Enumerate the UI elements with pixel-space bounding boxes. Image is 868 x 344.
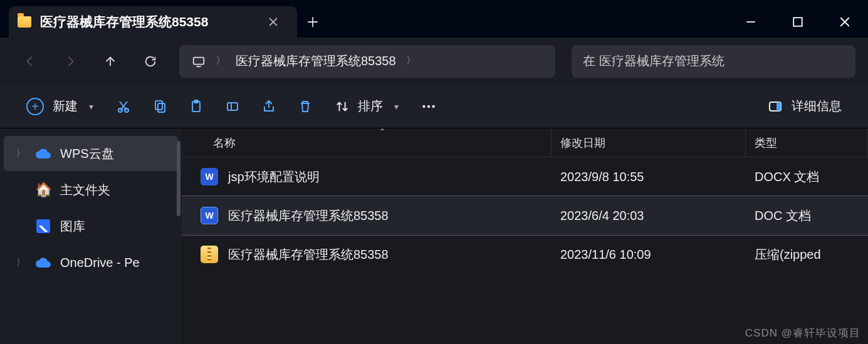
sidebar-item-gallery[interactable]: 图库 — [4, 209, 178, 244]
tab-title: 医疗器械库存管理系统85358 — [40, 13, 262, 31]
chevron-down-icon: ▾ — [89, 102, 93, 112]
svg-rect-1 — [194, 57, 204, 64]
svg-rect-8 — [227, 103, 238, 110]
chevron-right-icon[interactable]: 〉 — [15, 148, 26, 159]
file-row[interactable]: W 医疗器械库存管理系统85358 2023/6/4 20:03 DOC 文档 — [182, 196, 868, 235]
new-tab-button[interactable] — [297, 6, 328, 38]
delete-button[interactable] — [290, 91, 320, 122]
maximize-button[interactable] — [774, 6, 821, 38]
rename-button[interactable] — [217, 91, 248, 122]
file-name: 医疗器械库存管理系统85358 — [228, 207, 389, 224]
view-label: 详细信息 — [792, 98, 842, 115]
view-button[interactable]: 详细信息 — [759, 94, 850, 118]
sidebar-item-label: WPS云盘 — [60, 145, 114, 162]
plus-circle-icon: + — [26, 98, 44, 115]
svg-point-11 — [432, 105, 434, 107]
search-input[interactable]: 在 医疗器械库存管理系统 — [572, 45, 855, 78]
chevron-right-icon[interactable]: 〉 — [402, 55, 420, 68]
file-modified: 2023/9/8 10:55 — [552, 170, 746, 184]
chevron-right-icon[interactable]: 〉 — [212, 55, 229, 68]
minimize-button[interactable] — [727, 6, 774, 38]
navigation-pane: 〉 WPS云盘 🏠 主文件夹 图库 〉 OneDrive - Pe — [0, 128, 182, 344]
chevron-down-icon: ▾ — [394, 102, 399, 112]
column-header-type[interactable]: 类型 — [746, 128, 868, 157]
copy-button[interactable] — [145, 91, 175, 122]
svg-rect-4 — [155, 101, 162, 110]
nav-bar: 〉 医疗器械库存管理系统85358 〉 在 医疗器械库存管理系统 — [0, 38, 868, 85]
sort-icon — [335, 100, 349, 113]
new-button[interactable]: + 新建 ▾ — [18, 94, 102, 119]
address-bar[interactable]: 〉 医疗器械库存管理系统85358 〉 — [179, 45, 555, 78]
file-type: 压缩(zipped — [746, 246, 868, 263]
file-type: DOC 文档 — [746, 207, 868, 224]
window-tab[interactable]: 医疗器械库存管理系统85358 — [9, 6, 297, 38]
file-name: 医疗器械库存管理系统85358 — [228, 246, 389, 263]
chevron-right-icon[interactable]: 〉 — [15, 257, 26, 268]
zip-file-icon — [201, 246, 218, 263]
cloud-icon — [35, 254, 51, 271]
title-bar: 医疗器械库存管理系统85358 — [0, 0, 868, 38]
more-button[interactable] — [414, 91, 444, 122]
svg-point-9 — [422, 105, 425, 107]
forward-button[interactable] — [53, 44, 88, 79]
new-label: 新建 — [53, 98, 78, 115]
sidebar-item-label: OneDrive - Pe — [60, 256, 140, 270]
column-headers: ⌃ 名称 修改日期 类型 — [182, 128, 868, 157]
sort-button[interactable]: 排序 ▾ — [327, 94, 407, 118]
file-name: jsp环境配置说明 — [228, 169, 320, 185]
file-list: ⌃ 名称 修改日期 类型 W jsp环境配置说明 2023/9/8 10:55 … — [182, 128, 868, 344]
up-button[interactable] — [93, 44, 128, 79]
window-controls — [727, 6, 868, 38]
back-button[interactable] — [13, 44, 48, 79]
sidebar-item-home[interactable]: 🏠 主文件夹 — [4, 172, 178, 207]
sidebar-item-label: 图库 — [60, 218, 85, 235]
column-header-name[interactable]: 名称 — [182, 128, 552, 157]
breadcrumb-current[interactable]: 医疗器械库存管理系统85358 — [229, 45, 402, 78]
file-modified: 2023/11/6 10:09 — [552, 248, 746, 262]
search-placeholder: 在 医疗器械库存管理系统 — [583, 53, 724, 70]
sidebar-item-label: 主文件夹 — [60, 182, 110, 199]
svg-rect-0 — [793, 18, 802, 26]
share-button[interactable] — [254, 91, 284, 122]
home-icon: 🏠 — [35, 182, 51, 198]
pictures-icon — [35, 218, 51, 234]
scrollbar[interactable] — [177, 141, 180, 216]
docx-file-icon: W — [201, 168, 218, 185]
refresh-button[interactable] — [133, 44, 168, 79]
this-pc-icon[interactable] — [186, 45, 212, 78]
paste-button[interactable] — [181, 91, 211, 122]
svg-rect-13 — [776, 102, 781, 111]
sort-indicator-icon: ⌃ — [379, 127, 385, 136]
svg-rect-5 — [158, 103, 165, 112]
close-window-button[interactable] — [821, 6, 868, 38]
file-row[interactable]: 医疗器械库存管理系统85358 2023/11/6 10:09 压缩(zippe… — [182, 235, 868, 274]
sort-label: 排序 — [358, 98, 383, 115]
file-type: DOCX 文档 — [746, 169, 868, 185]
svg-point-10 — [427, 105, 430, 107]
sidebar-item-onedrive[interactable]: 〉 OneDrive - Pe — [4, 245, 178, 280]
folder-icon — [18, 16, 31, 28]
doc-file-icon: W — [201, 207, 218, 224]
cloud-icon — [35, 145, 51, 162]
command-bar: + 新建 ▾ 排序 ▾ 详细信息 — [0, 85, 868, 128]
details-view-icon — [768, 99, 783, 114]
file-row[interactable]: W jsp环境配置说明 2023/9/8 10:55 DOCX 文档 — [182, 157, 868, 196]
close-tab-button[interactable] — [262, 11, 285, 33]
file-modified: 2023/6/4 20:03 — [552, 209, 746, 223]
sidebar-item-wps-cloud[interactable]: 〉 WPS云盘 — [4, 136, 178, 171]
cut-button[interactable] — [108, 91, 139, 122]
column-header-modified[interactable]: 修改日期 — [552, 128, 746, 157]
